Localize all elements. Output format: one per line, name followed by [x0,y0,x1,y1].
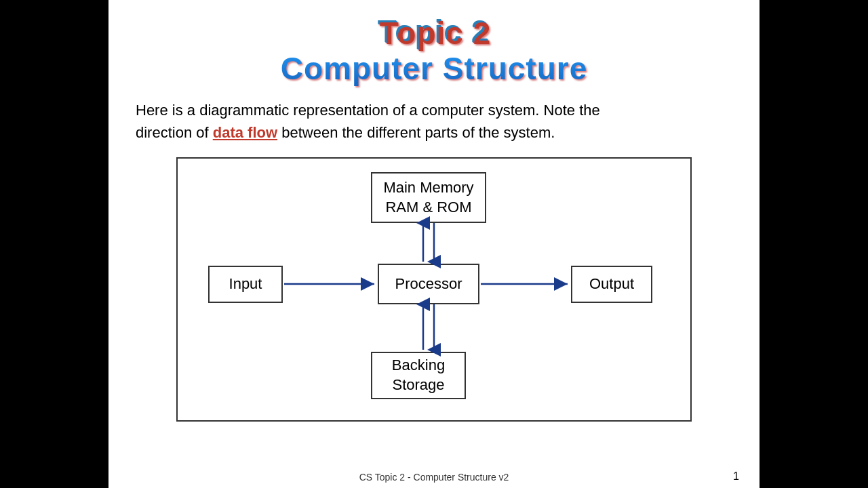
footer-page: 1 [733,470,739,483]
title-line1: Topic 2 [281,14,587,50]
output-label: Output [589,274,634,294]
storage-label: BackingStorage [392,356,445,394]
box-memory: Main MemoryRAM & ROM [371,172,486,223]
input-label: Input [229,274,262,294]
box-processor: Processor [378,264,479,304]
processor-label: Processor [395,274,462,294]
description: Here is a diagrammatic representation of… [136,99,610,144]
description-after: between the different parts of the syste… [277,124,555,141]
slide: Topic 2 Computer Structure Here is a dia… [108,0,760,488]
box-output: Output [571,266,652,303]
description-highlight: data flow [213,124,277,141]
title-block: Topic 2 Computer Structure [281,14,587,87]
box-input: Input [208,266,283,303]
memory-label: Main MemoryRAM & ROM [383,178,473,217]
footer: CS Topic 2 - Computer Structure v2 [108,472,760,483]
diagram-container: Main MemoryRAM & ROM Processor Input Out… [176,157,692,422]
box-storage: BackingStorage [371,352,466,399]
title-line2: Computer Structure [281,50,587,87]
footer-label: CS Topic 2 - Computer Structure v2 [359,472,509,483]
